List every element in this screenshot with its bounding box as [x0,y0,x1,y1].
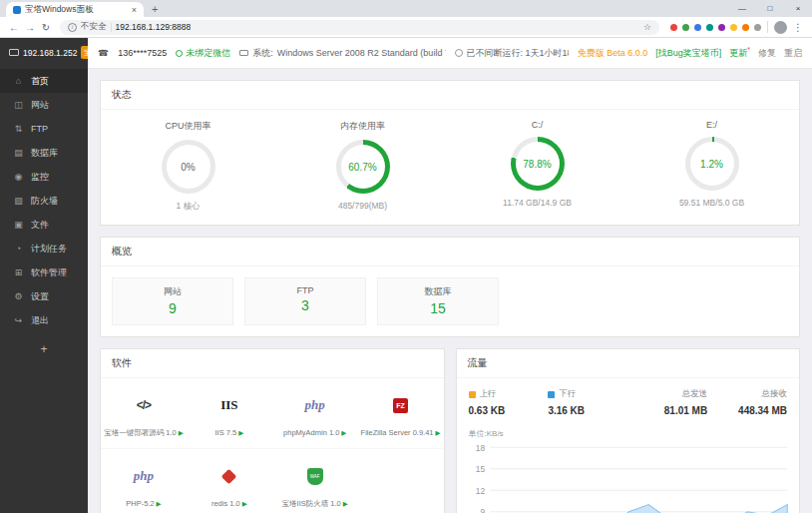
gauge-subtext: 11.74 GB/14.9 GB [450,198,624,208]
bottom-row: 软件 </> 宝塔一键部署源码 1.0▶ IIS IIS 7.5▶ php ph [100,348,800,513]
deploy-arrow-icon[interactable]: ▶ [341,429,346,436]
extension-icon[interactable] [670,24,677,31]
software-item[interactable]: </> 宝塔一键部署源码 1.0▶ [101,378,187,449]
traffic-chart: 181512963 [457,441,800,513]
deploy-arrow-icon[interactable]: ▶ [157,500,162,507]
bound-phone[interactable]: 136****7525 [118,48,167,58]
new-tab-button[interactable]: + [152,2,158,17]
svg-text:18: 18 [475,443,485,453]
refresh-icon[interactable]: ↻ [38,22,54,33]
sidebar-item-label: 设置 [31,290,49,303]
software-item[interactable]: IIS IIS 7.5▶ [187,378,272,449]
sidebar-item-settings[interactable]: ⚙ 设置 [0,284,88,308]
traffic-chart-svg: 181512963 [465,441,792,513]
sidebar-item-monitor[interactable]: ◉ 监控 [0,165,88,189]
overview-card-title: 概览 [101,238,799,266]
software-item[interactable]: FZ FileZilla Server 0.9.41▶ [358,378,444,449]
info-icon[interactable]: i [68,23,77,32]
software-item[interactable]: php PHP-5.2▶ [101,449,187,513]
legend-value: 0.63 KB [469,405,549,416]
gauge-value: 60.7% [348,162,376,173]
sidebar-item-logout[interactable]: ↪ 退出 [0,308,88,332]
tab-close-icon[interactable]: × [132,5,137,15]
url-text: 192.168.1.129:8888 [116,22,192,32]
gauge-label: C:/ [450,120,624,130]
sidebar-item-software[interactable]: ⊞ 软件管理 [0,260,88,284]
home-icon: ⌂ [13,76,24,86]
extension-icon[interactable] [754,24,761,31]
overview-sites[interactable]: 网站 9 [112,277,233,325]
extension-icon[interactable] [706,24,713,31]
website-icon: ◫ [13,100,24,110]
software-item[interactable]: WAF 宝塔IIS防火墙 1.0▶ [272,449,358,513]
php-icon: php [103,462,185,490]
firewall-icon: ▧ [13,196,24,206]
legend-value: 3.16 KB [548,405,627,416]
software-item[interactable]: redis 1.0▶ [187,449,272,513]
software-card-title: 软件 [101,349,444,378]
deploy-arrow-icon[interactable]: ▶ [179,429,184,436]
overview-ftp[interactable]: FTP 3 [244,277,366,325]
browser-menu-icon[interactable]: ⋮ [793,22,803,33]
profile-avatar[interactable] [774,21,787,34]
content-area: 状态 CPU使用率 0% 1 核心 内存使用率 60.7% [88,69,812,513]
software-name: phpMyAdmin 1.0 [283,428,339,437]
database-icon: ▤ [13,148,24,158]
overview-database[interactable]: 数据库 15 [377,277,499,325]
forward-icon[interactable]: → [22,22,38,33]
extension-icon[interactable] [682,24,689,31]
header-right: 免费版 Beta 6.0.0 [找Bug奖宝塔币] 更新* 修复 重启 [578,46,802,60]
software-item[interactable]: php phpMyAdmin 1.0▶ [272,378,358,449]
main-area: ☎ 136****7525 未绑定微信 系统: Windows Server 2… [88,38,812,513]
overview-value: 3 [245,297,365,313]
extension-icon[interactable] [742,24,749,31]
sidebar-item-firewall[interactable]: ▧ 防火墙 [0,189,88,213]
software-name: 宝塔IIS防火墙 1.0 [282,499,341,508]
sidebar-item-sites[interactable]: ◫ 网站 [0,93,88,117]
maximize-button[interactable]: □ [756,0,784,17]
software-card: 软件 </> 宝塔一键部署源码 1.0▶ IIS IIS 7.5▶ php ph [100,348,445,513]
back-icon[interactable]: ← [6,22,22,33]
overview-value: 15 [378,300,498,316]
sidebar-item-files[interactable]: ▣ 文件 [0,213,88,237]
deploy-arrow-icon[interactable]: ▶ [436,429,441,436]
sidebar-add-button[interactable]: + [0,342,88,356]
sidebar-item-label: 首页 [31,75,49,88]
system-value: Windows Server 2008 R2 Standard (build 7… [277,48,446,58]
uptime-label: 已不间断运行: 1天1小时18分钟 [467,47,569,60]
deploy-arrow-icon[interactable]: ▶ [242,500,247,507]
close-button[interactable]: × [784,0,812,17]
browser-tab[interactable]: 宝塔Windows面板 × [6,2,144,17]
version-label[interactable]: 免费版 Beta 6.0.0 [578,47,648,60]
url-bar[interactable]: i 不安全 192.168.1.129:8888 ☆ [60,20,659,35]
gauge-ring: 0% [162,140,215,194]
wechat-bind-link[interactable]: 未绑定微信 [176,47,230,60]
bt-panel-app: 192.168.1.252 宝 ⌂ 首页 ◫ 网站 ⇅ FTP ▤ 数据库 ◉ … [0,38,812,513]
deploy-arrow-icon[interactable]: ▶ [343,500,348,507]
extension-icon[interactable] [694,24,701,31]
minimize-button[interactable]: — [728,0,756,17]
update-label: 更新 [729,48,747,58]
bookmark-star-icon[interactable]: ☆ [643,22,651,32]
restart-link[interactable]: 重启 [784,47,802,60]
repair-link[interactable]: 修复 [758,47,776,60]
overview-label: FTP [245,285,365,295]
sidebar-item-ftp[interactable]: ⇅ FTP [0,117,88,141]
gauge-ring: 1.2% [685,137,739,191]
extension-icon[interactable] [718,24,725,31]
gauge-subtext: 1 核心 [101,201,275,213]
deploy-arrow-icon[interactable]: ▶ [238,429,243,436]
sidebar-item-label: 软件管理 [31,266,67,279]
sidebar-item-cron[interactable]: ◔ 计划任务 [0,237,88,260]
phone-icon: ☎ [98,48,109,58]
legend-label: 总接收 [762,388,788,400]
sidebar-item-home[interactable]: ⌂ 首页 [0,69,88,93]
extension-icon[interactable] [730,24,737,31]
filezilla-icon: FZ [360,391,442,419]
sidebar-item-database[interactable]: ▤ 数据库 [0,141,88,165]
update-link[interactable]: 更新* [729,46,750,60]
software-name: 宝塔一键部署源码 1.0 [104,428,177,437]
gauge-label: CPU使用率 [101,120,275,133]
bug-reward-link[interactable]: [找Bug奖宝塔币] [655,47,721,60]
sidebar-item-label: 监控 [31,171,49,184]
